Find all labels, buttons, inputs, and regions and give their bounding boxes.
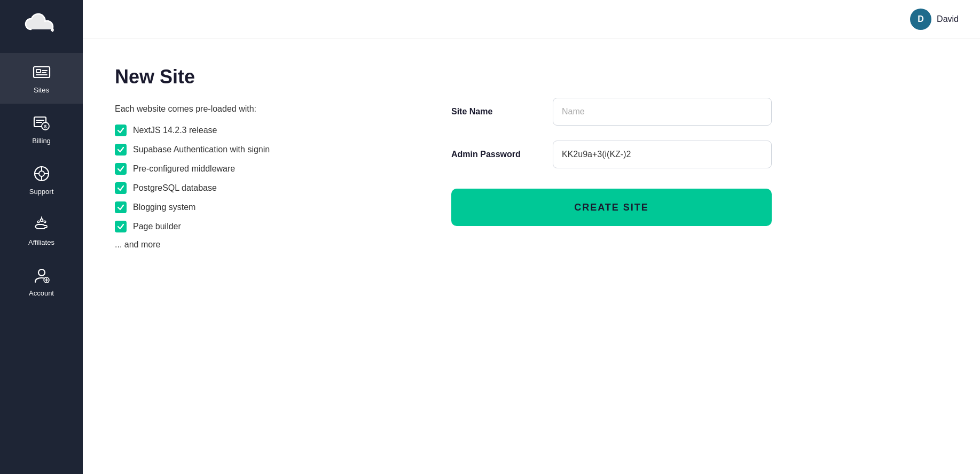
list-item: Blogging system	[115, 201, 409, 213]
sidebar-logo	[24, 11, 59, 37]
sidebar-item-billing[interactable]: $ Billing	[0, 104, 83, 154]
features-intro: Each website comes pre-loaded with:	[115, 104, 409, 114]
sidebar: Sites $ Billing	[0, 0, 83, 474]
features-list: NextJS 14.2.3 release Supabase Authentic…	[115, 125, 409, 232]
support-icon	[32, 164, 51, 183]
svg-point-18	[40, 219, 43, 222]
create-site-button[interactable]: CREATE SITE	[451, 189, 772, 226]
check-icon	[115, 182, 127, 194]
feature-text: Page builder	[133, 222, 181, 231]
check-icon	[115, 125, 127, 136]
sidebar-item-affiliates[interactable]: Affiliates	[0, 205, 83, 256]
content: New Site Each website comes pre-loaded w…	[83, 39, 980, 474]
list-item: PostgreSQL database	[115, 182, 409, 194]
user-name: David	[937, 14, 959, 24]
feature-text: NextJS 14.2.3 release	[133, 126, 217, 135]
billing-icon: $	[32, 113, 51, 133]
avatar: D	[910, 9, 931, 30]
site-name-group: Site Name	[451, 98, 772, 126]
check-icon	[115, 221, 127, 232]
svg-point-13	[39, 171, 44, 176]
feature-text: Supabase Authentication with signin	[133, 145, 270, 154]
header: D David	[83, 0, 980, 39]
list-item: NextJS 14.2.3 release	[115, 125, 409, 136]
left-panel: New Site Each website comes pre-loaded w…	[115, 66, 409, 447]
svg-point-21	[38, 269, 45, 276]
svg-text:$: $	[44, 124, 46, 129]
main-area: D David New Site Each website comes pre-…	[83, 0, 980, 474]
site-name-label: Site Name	[451, 107, 537, 116]
feature-text: PostgreSQL database	[133, 183, 217, 193]
sidebar-item-support-label: Support	[29, 188, 54, 196]
user-info[interactable]: D David	[910, 9, 959, 30]
svg-point-19	[44, 221, 46, 223]
affiliates-icon	[32, 215, 51, 234]
page-title: New Site	[115, 66, 409, 88]
sidebar-item-account[interactable]: Account	[0, 256, 83, 307]
sidebar-item-affiliates-label: Affiliates	[28, 238, 54, 246]
sidebar-item-account-label: Account	[29, 289, 54, 297]
check-icon	[115, 201, 127, 213]
feature-text: Pre-configured middleware	[133, 164, 235, 174]
check-icon	[115, 163, 127, 175]
sidebar-item-billing-label: Billing	[32, 137, 51, 145]
account-icon	[32, 266, 51, 285]
site-name-input[interactable]	[553, 98, 772, 126]
list-item: Page builder	[115, 221, 409, 232]
admin-password-label: Admin Password	[451, 150, 537, 159]
list-item: Supabase Authentication with signin	[115, 144, 409, 156]
feature-text: Blogging system	[133, 203, 195, 212]
sites-icon	[32, 63, 51, 82]
check-icon	[115, 144, 127, 156]
list-item: Pre-configured middleware	[115, 163, 409, 175]
admin-password-input[interactable]	[553, 141, 772, 168]
svg-point-20	[37, 221, 40, 223]
sidebar-navigation: Sites $ Billing	[0, 53, 83, 474]
sidebar-item-sites-label: Sites	[34, 86, 49, 94]
and-more-text: ... and more	[115, 240, 409, 250]
sidebar-item-sites[interactable]: Sites	[0, 53, 83, 104]
svg-rect-1	[36, 69, 41, 73]
admin-password-group: Admin Password	[451, 141, 772, 168]
sidebar-item-support[interactable]: Support	[0, 154, 83, 205]
right-panel: Site Name Admin Password CREATE SITE	[451, 66, 772, 447]
